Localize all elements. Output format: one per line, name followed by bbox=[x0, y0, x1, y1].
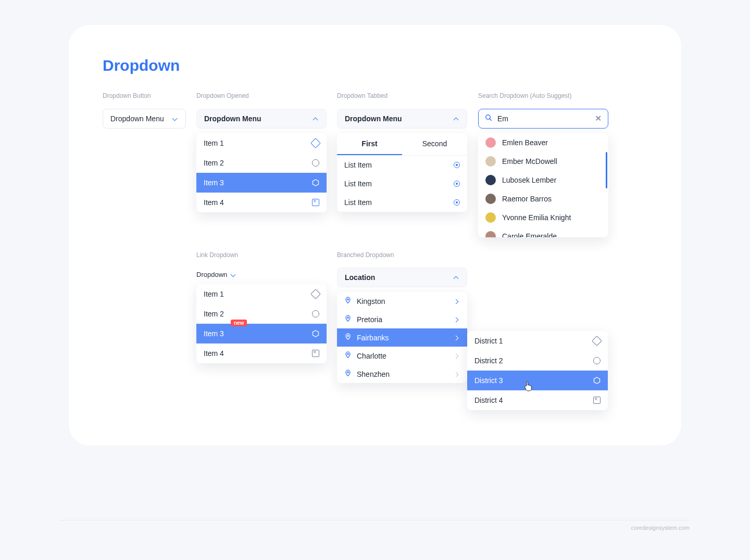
svg-point-4 bbox=[347, 299, 349, 300]
item-label: Item 4 bbox=[204, 198, 224, 207]
diamond-icon bbox=[310, 138, 321, 148]
svg-marker-0 bbox=[313, 180, 319, 186]
dropdown-item[interactable]: Item 4 bbox=[196, 343, 327, 363]
district-label: District 1 bbox=[474, 337, 503, 345]
svg-point-8 bbox=[347, 372, 349, 373]
label-search-dropdown: Search Dropdown (Auto Suggest) bbox=[478, 92, 571, 99]
item-label: Item 4 bbox=[204, 349, 224, 358]
clear-icon[interactable]: ✕ bbox=[595, 114, 602, 123]
circle-icon bbox=[593, 357, 601, 364]
search-results-panel: Emlen Beaver Ember McDowell Lubosek Lemb… bbox=[478, 133, 608, 237]
search-icon bbox=[485, 114, 492, 123]
person-result[interactable]: Yvonne Emilia Knight bbox=[478, 208, 608, 227]
avatar bbox=[485, 194, 496, 204]
item-label: Item 3 bbox=[204, 179, 224, 187]
location-item[interactable]: Kingston bbox=[337, 292, 467, 310]
district-item[interactable]: District 1 bbox=[467, 331, 608, 351]
item-label: Item 2 bbox=[204, 310, 224, 318]
pin-icon bbox=[344, 370, 352, 378]
scrollbar[interactable] bbox=[606, 152, 607, 188]
dropdown-item[interactable]: Item 2 bbox=[196, 153, 327, 173]
location-item[interactable]: Pretoria bbox=[337, 310, 467, 328]
person-result[interactable]: Carole Emeralde bbox=[478, 227, 608, 237]
label-branched-dropdown: Branched Dropdown bbox=[337, 251, 394, 259]
person-result[interactable]: Lubosek Lember bbox=[478, 171, 608, 189]
location-item-selected[interactable]: Fairbanks bbox=[337, 328, 467, 347]
chevron-right-icon bbox=[454, 335, 460, 341]
square-x-icon bbox=[312, 350, 319, 357]
list-item-label: List Item bbox=[344, 161, 372, 169]
dropdown-item-selected[interactable]: Item 3 bbox=[196, 324, 327, 343]
district-item[interactable]: District 4 bbox=[467, 390, 608, 410]
location-label: Pretoria bbox=[357, 315, 382, 324]
chevron-right-icon bbox=[454, 371, 460, 377]
list-item[interactable]: List Item bbox=[337, 193, 467, 212]
dropdown-button[interactable]: Dropdown Menu bbox=[103, 109, 186, 129]
svg-marker-3 bbox=[313, 330, 319, 337]
label-dropdown-button: Dropdown Button bbox=[103, 92, 151, 99]
dot-ring-icon bbox=[454, 162, 460, 168]
branched-districts-panel: District 1 District 2 District 3 Distric… bbox=[467, 331, 608, 410]
svg-point-6 bbox=[347, 335, 349, 337]
label-dropdown-opened: Dropdown Opened bbox=[196, 92, 249, 99]
list-item[interactable]: List Item bbox=[337, 174, 467, 193]
person-name: Raemor Barros bbox=[502, 195, 552, 203]
chevron-right-icon bbox=[454, 353, 460, 359]
district-item[interactable]: District 2 bbox=[467, 351, 608, 371]
pin-icon bbox=[344, 333, 352, 342]
tab-second[interactable]: Second bbox=[402, 133, 467, 155]
hexagon-icon bbox=[312, 179, 319, 186]
chevron-right-icon bbox=[454, 316, 460, 323]
circle-icon bbox=[312, 159, 319, 167]
location-label: Kingston bbox=[357, 297, 385, 306]
badge-new: new bbox=[231, 320, 247, 326]
dropdown-item[interactable]: Item 4 bbox=[196, 193, 327, 212]
avatar bbox=[485, 156, 496, 167]
district-item-selected[interactable]: District 3 bbox=[467, 371, 608, 390]
svg-point-7 bbox=[347, 353, 349, 355]
location-item[interactable]: Charlotte bbox=[337, 347, 467, 365]
dropdown-opened-panel: Item 1 Item 2 Item 3 Item 4 bbox=[196, 133, 327, 212]
label-link-dropdown: Link Dropdown bbox=[196, 251, 238, 259]
dropdown-opened-trigger[interactable]: Dropdown Menu bbox=[196, 109, 327, 129]
chevron-up-icon bbox=[312, 116, 319, 122]
dropdown-item-selected[interactable]: Item 3 bbox=[196, 173, 327, 193]
diamond-icon bbox=[592, 336, 602, 346]
avatar bbox=[485, 212, 496, 223]
avatar bbox=[485, 231, 496, 237]
svg-marker-9 bbox=[594, 377, 600, 384]
branched-dropdown-trigger[interactable]: Location bbox=[337, 268, 467, 287]
person-result[interactable]: Raemor Barros bbox=[478, 189, 608, 208]
dropdown-opened-label: Dropdown Menu bbox=[204, 114, 261, 123]
dropdown-button-label: Dropdown Menu bbox=[110, 114, 164, 123]
dot-ring-icon bbox=[454, 181, 460, 187]
district-label: District 4 bbox=[474, 396, 503, 404]
footer: coredesignsystem.com bbox=[59, 520, 690, 531]
tab-first[interactable]: First bbox=[337, 133, 402, 155]
pin-icon bbox=[344, 315, 352, 324]
svg-point-5 bbox=[347, 317, 349, 319]
dropdown-item[interactable]: Item 2 new bbox=[196, 304, 327, 324]
chevron-down-icon bbox=[230, 272, 236, 278]
list-item[interactable]: List Item bbox=[337, 156, 467, 174]
chevron-down-icon bbox=[172, 116, 178, 122]
dropdown-item[interactable]: Item 1 bbox=[196, 133, 327, 153]
item-label: Item 1 bbox=[204, 139, 224, 147]
person-result[interactable]: Emlen Beaver bbox=[478, 133, 608, 152]
diamond-icon bbox=[310, 289, 321, 299]
dropdown-tabbed-trigger[interactable]: Dropdown Menu bbox=[337, 109, 467, 129]
hexagon-icon bbox=[312, 330, 319, 337]
link-dropdown-trigger[interactable]: Dropdown bbox=[196, 271, 236, 278]
square-x-icon bbox=[593, 397, 601, 404]
avatar bbox=[485, 175, 496, 185]
search-dropdown-input-wrap[interactable]: ✕ bbox=[478, 109, 608, 129]
svg-line-2 bbox=[490, 119, 491, 120]
search-input[interactable] bbox=[493, 114, 595, 123]
location-item[interactable]: Shenzhen bbox=[337, 365, 467, 383]
pin-icon bbox=[344, 297, 352, 306]
person-result[interactable]: Ember McDowell bbox=[478, 152, 608, 171]
dropdown-item[interactable]: Item 1 bbox=[196, 284, 327, 304]
footer-text: coredesignsystem.com bbox=[631, 525, 690, 531]
branched-locations-panel: Kingston Pretoria Fairbanks Charlotte Sh… bbox=[337, 292, 467, 383]
person-name: Yvonne Emilia Knight bbox=[502, 213, 571, 222]
